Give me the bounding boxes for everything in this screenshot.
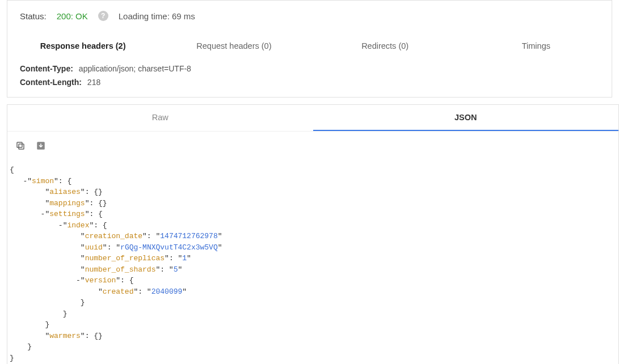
json-key: aliases	[49, 188, 81, 196]
json-tree[interactable]: { -"simon": { "aliases": {} "mappings": …	[7, 152, 618, 364]
json-key: simon	[32, 177, 54, 185]
json-key: uuid	[85, 243, 103, 252]
tab-response-headers[interactable]: Response headers (2)	[7, 38, 158, 54]
json-value: 5	[174, 265, 178, 274]
response-body-panel: Raw JSON { -"simon": { "aliases": {} "ma…	[7, 104, 619, 364]
loading-time: Loading time: 69 ms	[119, 11, 195, 21]
header-key: Content-Type:	[20, 64, 73, 73]
json-value: 1	[182, 254, 187, 263]
tab-timings[interactable]: Timings	[461, 38, 612, 54]
header-tabs: Response headers (2) Request headers (0)…	[7, 27, 612, 60]
header-row: Content-Length: 218	[20, 75, 599, 89]
collapse-toggle-icon[interactable]: -	[58, 221, 63, 230]
body-tabs: Raw JSON	[7, 105, 618, 132]
tab-redirects[interactable]: Redirects (0)	[310, 38, 461, 54]
svg-rect-0	[19, 144, 24, 149]
json-key: index	[67, 221, 89, 230]
response-info-panel: Status: 200: OK ? Loading time: 69 ms Re…	[7, 0, 612, 98]
status-row: Status: 200: OK ? Loading time: 69 ms	[7, 1, 612, 27]
svg-rect-1	[17, 142, 22, 147]
json-key: version	[85, 276, 116, 285]
download-icon[interactable]	[35, 139, 47, 152]
header-row: Content-Type: application/json; charset=…	[20, 62, 599, 75]
tab-request-headers[interactable]: Request headers (0)	[158, 38, 309, 54]
copy-icon[interactable]	[14, 139, 27, 152]
tab-json[interactable]: JSON	[313, 105, 619, 131]
header-value: application/json; charset=UTF-8	[79, 64, 191, 73]
json-value: 2040099	[151, 287, 183, 296]
collapse-toggle-icon[interactable]: -	[76, 276, 81, 285]
json-key: creation_date	[85, 232, 142, 240]
header-key: Content-Length:	[20, 78, 82, 87]
json-key: created	[103, 287, 134, 296]
help-icon[interactable]: ?	[98, 11, 108, 21]
response-headers-list: Content-Type: application/json; charset=…	[7, 60, 612, 97]
json-key: settings	[49, 210, 85, 218]
json-key: number_of_replicas	[85, 254, 165, 263]
json-key: number_of_shards	[85, 265, 156, 274]
json-toolbar	[7, 132, 618, 152]
status-label: Status:	[20, 11, 47, 21]
json-key: mappings	[49, 199, 85, 208]
json-key: warmers	[49, 332, 81, 340]
status-code: 200: OK	[57, 11, 88, 21]
json-value: 1474712762978	[160, 232, 217, 240]
json-value: rGQg-MNXQvutT4C2x3w5VQ	[120, 243, 218, 252]
header-value: 218	[87, 78, 100, 87]
tab-raw[interactable]: Raw	[7, 105, 313, 131]
